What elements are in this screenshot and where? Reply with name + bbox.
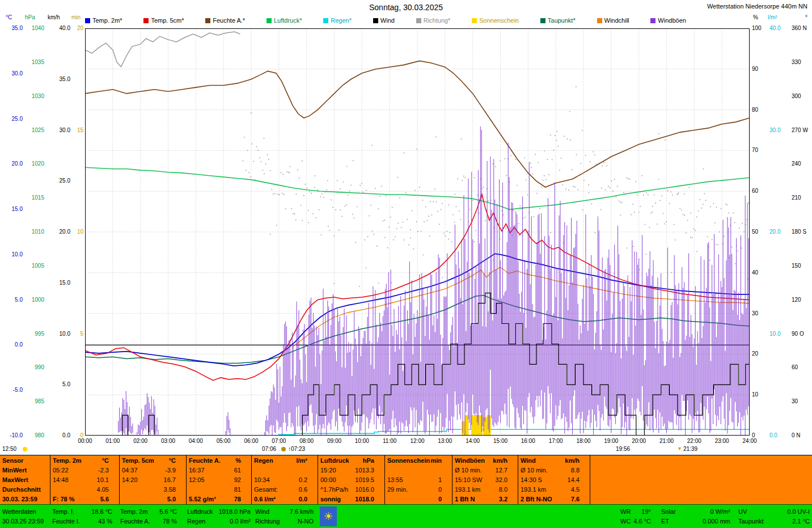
axis-tick-label: 150 [792, 263, 801, 269]
status-cell-value: 0.0 UV-I [787, 507, 810, 516]
legend-label: Taupunkt* [548, 17, 576, 24]
axis-tick-label: -5.0 [0, 387, 23, 393]
table-cell-note: 2 Bft N-NO [521, 495, 552, 504]
status-cell-label: Wind [255, 507, 269, 516]
windchill-swatch [597, 18, 602, 23]
axis-header: hPa [25, 15, 35, 20]
x-axis-label: 12:00 [406, 438, 429, 444]
axis-tick-label: 180 S [792, 229, 806, 235]
luftdruck-swatch [267, 18, 272, 23]
status-cell: Feuchte A.78 % [120, 517, 177, 526]
table-cell-value: 3.58 [164, 485, 176, 495]
statusbar-title: Wetterdaten [2, 507, 50, 516]
status-cell: WC4.6 °C [620, 517, 651, 526]
axis-tick-label: 990 [18, 365, 44, 370]
table-cell-note: 14:48 [53, 475, 69, 485]
table-cell-value: 92 [234, 475, 241, 485]
legend-item: Feuchte A.* [205, 17, 245, 24]
x-axis-label: 11:00 [378, 438, 401, 444]
table-cell-value: 1018.0 [355, 495, 374, 504]
legend-label: Wind [380, 17, 395, 24]
status-cell-label: WR [620, 507, 631, 516]
axis-tick-label: 995 [18, 331, 44, 337]
status-cell-value: 4.6 °C [633, 517, 651, 526]
table-cell-value: 1016.0 [355, 485, 374, 495]
table-divider [50, 455, 50, 504]
table-cell-value: 0.0 [299, 495, 307, 504]
sun-icon: ☀ [320, 506, 337, 526]
table-cell-note: 12:05 [189, 475, 205, 485]
table-cell-value: 0.6 [299, 485, 307, 495]
axis-tick-label: 10 [57, 229, 83, 235]
moonset-time: 12:50 [2, 446, 16, 452]
x-axis-label: 06:00 [240, 438, 263, 444]
axis-tick-label: 330 [792, 60, 801, 65]
status-cell-label: Temp. I. [52, 507, 74, 516]
table-cell-note: 16:37 [189, 466, 205, 475]
status-cell-value: 0.000 mm [703, 517, 730, 526]
table-column-unit: km/h [493, 456, 508, 466]
table-column-unit: % [235, 456, 241, 466]
x-axis-label: 10:00 [350, 438, 373, 444]
table-cell-note: 15:20 [320, 466, 336, 475]
x-axis-label: 14:00 [462, 438, 484, 444]
table-cell-note: 14:30 S [521, 475, 542, 485]
x-axis-label: 07:00 [268, 438, 290, 444]
weather-station-page: Sonntag, 30.03.2025 Wetterstation Nieder… [0, 0, 812, 528]
legend: Temp. 2m*Temp. 5cm*Feuchte A.*Luftdruck*… [85, 17, 686, 24]
legend-item: Taupunkt* [540, 17, 576, 24]
table-cell-value: 0.2 [299, 475, 307, 485]
statusbar-datetime-label: 30.03.25 23:59 [2, 517, 44, 526]
table-column-name: Wind [521, 456, 536, 466]
series-sonnenschein [462, 415, 490, 436]
table-cell-value: 14.4 [568, 475, 580, 485]
table-cell-value: 0 [438, 485, 442, 495]
axis-tick-label: 20 [752, 351, 758, 357]
table-column-name: Feuchte A. [189, 456, 221, 466]
axis-tick-label: 10.0 [769, 331, 780, 337]
sunset-time: 19:56 [616, 446, 630, 452]
legend-label: Sonnenschein [479, 17, 519, 24]
table-cell-note: Ø 10 min. [521, 466, 548, 475]
status-cell-value: 18.6 °C [91, 507, 112, 516]
status-cell: Regen0.0 l/m² [187, 517, 251, 526]
status-cell-value: 78 % [163, 517, 177, 526]
table-cell-note: ^1.7hPa/h [320, 485, 348, 495]
dusk-time: 21:39 [683, 446, 697, 452]
legend-item: Regen* [323, 17, 352, 24]
table-cell-note: 15:10 SW [455, 475, 482, 485]
sun-times-row: 12:5007:06↑07:2319:56▾21:39 [0, 446, 812, 453]
table-cell-note: 29 min. [387, 485, 408, 495]
legend-item: Temp. 2m* [85, 17, 122, 24]
status-cell-value: 0.0 l/m² [230, 517, 251, 526]
x-axis-label: 03:00 [157, 438, 180, 444]
x-axis-label: 19:00 [600, 438, 623, 444]
status-cell-label: Feuchte A. [120, 517, 150, 526]
table-cell-note: Ø 10 min. [455, 466, 482, 475]
x-axis-label: 22:00 [683, 438, 705, 444]
x-axis-label: 24:00 [738, 438, 761, 444]
table-column-name: Temp. 5cm [122, 456, 154, 466]
status-cell: Taupunkt2.1 °C [738, 517, 810, 526]
legend-label: Windchill [604, 17, 629, 24]
status-cell: WR19° [620, 507, 651, 516]
axis-tick-label: 40 [752, 270, 758, 276]
axis-tick-label: 1030 [18, 94, 44, 99]
status-cell-value: 43 % [98, 517, 112, 526]
sunrise-icon [281, 447, 286, 451]
statusbar-datetime: 30.03.25 23:59 [2, 517, 50, 526]
legend-label: Regen* [331, 17, 352, 24]
axis-tick-label: 100 [752, 26, 762, 31]
table-cell-note: 13:55 [387, 475, 403, 485]
table-column-name: Sonnenschein [387, 456, 430, 466]
legend-label: Richtung* [424, 17, 451, 24]
x-axis-label: 18:00 [572, 438, 595, 444]
legend-item: Windchill [597, 17, 629, 24]
table-cell-note: sonnig [320, 495, 341, 504]
legend-item: Richtung* [416, 17, 451, 24]
status-cell-value: N-NO [298, 517, 314, 526]
axis-header: km/h [48, 15, 60, 20]
table-cell-value: 4.05 [97, 485, 109, 495]
table-cell-value: 3.2 [499, 495, 508, 504]
table-column-unit: hPa [363, 456, 374, 466]
